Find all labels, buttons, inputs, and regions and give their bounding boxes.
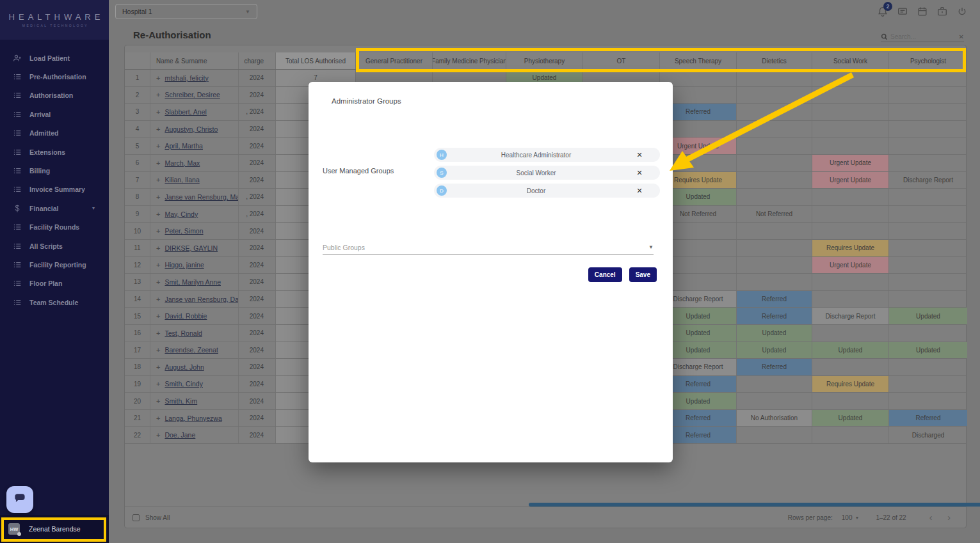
notifications-bell-icon[interactable]: 2: [877, 6, 888, 17]
expand-plus-icon[interactable]: +: [156, 74, 160, 82]
column-header-speech[interactable]: Speech Therapy: [660, 52, 737, 69]
expand-plus-icon[interactable]: +: [156, 193, 160, 201]
patient-name-link[interactable]: mtshali, felicity: [165, 74, 208, 82]
column-header-discharge[interactable]: charge: [239, 52, 276, 69]
patient-name-cell: +Smith, Cindy: [150, 376, 239, 393]
patient-name-link[interactable]: Test, Ronald: [165, 329, 202, 337]
patient-name-link[interactable]: May, Cindy: [165, 210, 198, 218]
expand-plus-icon[interactable]: +: [156, 108, 160, 116]
column-header-physio[interactable]: Physiotherapy: [506, 52, 583, 69]
sidebar-item-facility-reporting[interactable]: Facility Reporting: [0, 255, 109, 274]
patient-name-link[interactable]: Higgo, janine: [165, 261, 204, 269]
sidebar-item-all-scripts[interactable]: All Scripts: [0, 237, 109, 255]
patient-name-link[interactable]: Smit, Marilyn Anne: [165, 278, 221, 286]
sidebar-item-label: Load Patient: [29, 54, 70, 62]
remove-chip-icon[interactable]: ✕: [625, 187, 654, 195]
sidebar-item-arrival[interactable]: Arrival: [0, 105, 109, 123]
public-groups-select[interactable]: Public Groups ▼: [323, 240, 654, 255]
sidebar-item-authorisation[interactable]: Authorisation: [0, 86, 109, 105]
expand-plus-icon[interactable]: +: [156, 244, 160, 252]
patient-name-link[interactable]: Janse van Rensburg, Marie: [165, 193, 239, 201]
expand-plus-icon[interactable]: +: [156, 346, 160, 354]
expand-plus-icon[interactable]: +: [156, 159, 160, 167]
expand-plus-icon[interactable]: +: [156, 312, 160, 320]
expand-plus-icon[interactable]: +: [156, 278, 160, 286]
patient-name-link[interactable]: Barendse, Zeenat: [165, 346, 218, 354]
column-header-fmp[interactable]: Family Medicine Physician: [433, 52, 506, 69]
show-all-checkbox[interactable]: Show All: [133, 514, 170, 521]
expand-plus-icon[interactable]: +: [156, 295, 160, 303]
calendar-icon[interactable]: [917, 6, 928, 17]
sidebar-item-floor-plan[interactable]: Floor Plan: [0, 274, 109, 293]
expand-plus-icon[interactable]: +: [156, 431, 160, 439]
patient-name-link[interactable]: March, Max: [165, 159, 200, 167]
patient-name-link[interactable]: David, Robbie: [165, 312, 207, 320]
search-input[interactable]: Search... ✕: [881, 31, 964, 42]
patient-name-link[interactable]: April, Martha: [165, 142, 203, 150]
rows-per-page-caret-icon[interactable]: ▼: [855, 515, 859, 520]
rows-per-page-value[interactable]: 100: [842, 514, 853, 521]
status-cell-social: [812, 104, 889, 120]
status-cell-social: [812, 359, 889, 375]
expand-plus-icon[interactable]: +: [156, 91, 160, 98]
status-badge-social: Urgent Update: [812, 257, 889, 274]
patient-name-link[interactable]: Schreiber, Desiree: [165, 91, 220, 98]
patient-name-link[interactable]: August, John: [165, 363, 204, 371]
patient-name-link[interactable]: DIRKSE, GAYLIN: [165, 244, 218, 252]
sidebar-item-pre-authorisation[interactable]: Pre-Authorisation: [0, 67, 109, 86]
clear-search-icon[interactable]: ✕: [959, 33, 964, 40]
sidebar-item-extensions[interactable]: Extensions: [0, 143, 109, 161]
column-header-name[interactable]: Name & Surname: [150, 52, 239, 69]
status-cell-psych: [889, 240, 967, 256]
messages-icon[interactable]: [897, 6, 908, 17]
sidebar-menu: Load PatientPre-AuthorisationAuthorisati…: [0, 49, 109, 311]
sidebar-item-admitted[interactable]: Admitted: [0, 124, 109, 143]
patient-name-link[interactable]: Kilian, Ilana: [165, 176, 199, 184]
expand-plus-icon[interactable]: +: [156, 397, 160, 405]
next-page-button[interactable]: ›: [940, 512, 958, 523]
column-header-num[interactable]: [125, 52, 150, 69]
previous-page-button[interactable]: ‹: [922, 512, 940, 523]
column-header-psych[interactable]: Psychologist: [889, 52, 967, 69]
cancel-button[interactable]: Cancel: [588, 267, 622, 282]
column-header-los[interactable]: Total LOS Authorised: [276, 52, 356, 69]
patient-name-link[interactable]: Peter, Simon: [165, 227, 203, 235]
sidebar-item-invoice-summary[interactable]: Invoice Summary: [0, 180, 109, 199]
patient-name-link[interactable]: Smith, Kim: [165, 397, 197, 405]
power-icon[interactable]: [956, 6, 968, 17]
patient-name-link[interactable]: Doe, Jane: [165, 431, 195, 439]
sidebar-item-load-patient[interactable]: Load Patient: [0, 49, 109, 67]
column-header-social[interactable]: Social Work: [812, 52, 889, 69]
row-number: 14: [125, 291, 150, 308]
current-user[interactable]: HW Zeenat Barendse: [0, 517, 109, 541]
patient-name-link[interactable]: Slabbert, Anel: [165, 108, 206, 116]
expand-plus-icon[interactable]: +: [156, 176, 160, 184]
patient-name-link[interactable]: Smith, Cindy: [165, 380, 203, 388]
expand-plus-icon[interactable]: +: [156, 142, 160, 150]
sidebar-item-financial[interactable]: Financial▾: [0, 199, 109, 217]
patient-name-link[interactable]: Langa, Phunyezwa: [165, 414, 221, 422]
remove-chip-icon[interactable]: ✕: [625, 151, 654, 159]
briefcase-icon[interactable]: [936, 6, 948, 17]
expand-plus-icon[interactable]: +: [156, 414, 160, 422]
expand-plus-icon[interactable]: +: [156, 125, 160, 133]
expand-plus-icon[interactable]: +: [156, 261, 160, 269]
sidebar-item-team-schedule[interactable]: Team Schedule: [0, 293, 109, 311]
discharge-date-cell: 2024: [239, 223, 276, 239]
expand-plus-icon[interactable]: +: [156, 227, 160, 235]
column-header-diet[interactable]: Dietetics: [737, 52, 812, 69]
column-header-gp[interactable]: General Practitioner: [356, 52, 433, 69]
sidebar-item-facility-rounds[interactable]: Facility Rounds: [0, 218, 109, 237]
patient-name-link[interactable]: Augustyn, Christo: [165, 125, 218, 133]
sidebar-item-billing[interactable]: Billing: [0, 161, 109, 180]
expand-plus-icon[interactable]: +: [156, 363, 160, 371]
expand-plus-icon[interactable]: +: [156, 210, 160, 218]
patient-name-link[interactable]: Janse van Rensburg, Dalene: [165, 295, 239, 303]
expand-plus-icon[interactable]: +: [156, 329, 160, 337]
expand-plus-icon[interactable]: +: [156, 380, 160, 388]
chat-widget-button[interactable]: [6, 486, 33, 513]
save-button[interactable]: Save: [629, 267, 657, 282]
column-header-ot[interactable]: OT: [583, 52, 660, 69]
facility-selector[interactable]: Hospital 1 ▼: [115, 4, 257, 19]
remove-chip-icon[interactable]: ✕: [625, 169, 654, 177]
